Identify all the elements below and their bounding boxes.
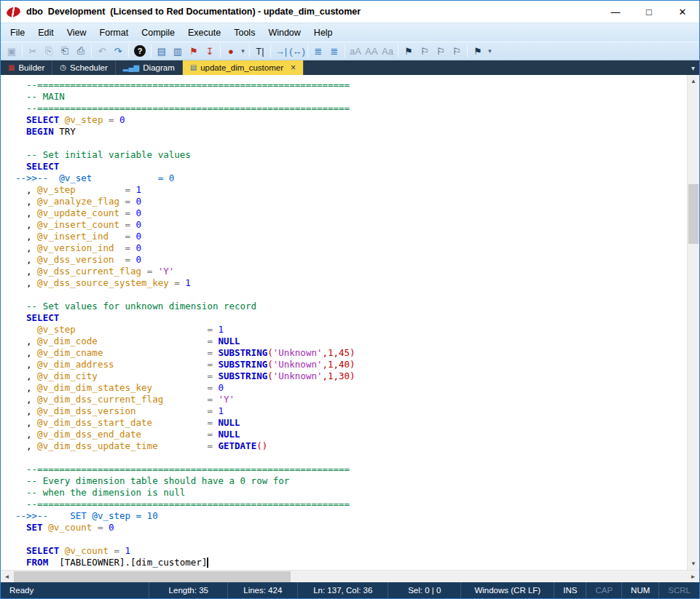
code-line[interactable] <box>15 452 687 464</box>
code-line[interactable]: SET @v_count = 0 <box>15 522 687 533</box>
toolbar-overflow-icon[interactable]: ▾ <box>486 43 494 59</box>
tab-builder[interactable]: ▦Builder <box>1 60 52 75</box>
vertical-scroll-thumb[interactable] <box>688 184 699 244</box>
code-line[interactable]: , @v_dim_dss_current_flag = 'Y' <box>15 394 687 405</box>
horizontal-scrollbar[interactable]: ◄ ► <box>1 570 699 582</box>
code-line[interactable]: SELECT <box>15 161 687 172</box>
code-line[interactable]: , @v_dim_dss_start_date = NULL <box>15 417 687 429</box>
code-line[interactable]: --======================================… <box>15 103 687 114</box>
code-line[interactable]: , @v_dss_source_system_key = 1 <box>15 277 687 289</box>
lowercase-icon[interactable]: aA <box>347 43 363 59</box>
code-line[interactable]: , @v_update_count = 0 <box>15 207 687 219</box>
code-line[interactable]: -- Set initial variable values <box>15 149 687 161</box>
cut-icon[interactable]: ✂ <box>25 43 41 59</box>
menu-format[interactable]: Format <box>93 25 135 41</box>
execute-dropdown-icon[interactable]: ▾ <box>239 43 247 59</box>
bookmark-toggle-icon[interactable]: ⚑ <box>401 43 417 59</box>
scroll-down-icon[interactable]: ▼ <box>688 558 699 570</box>
menu-help[interactable]: Help <box>307 25 339 41</box>
redo-icon[interactable]: ↷ <box>110 43 126 59</box>
tab-diagram[interactable]: ▂▄▆Diagram <box>116 60 183 75</box>
uppercase-icon[interactable]: AA <box>363 43 380 59</box>
code-line[interactable]: , @v_dim_address = SUBSTRING('Unknown',1… <box>15 359 687 370</box>
menu-window[interactable]: Window <box>261 25 307 41</box>
indent-increase-icon[interactable]: ≣ <box>326 43 342 59</box>
code-line[interactable]: , @v_analyze_flag = 0 <box>15 196 687 207</box>
code-line[interactable]: , @v_dim_dss_end_date = NULL <box>15 429 687 440</box>
maximize-button[interactable]: □ <box>632 1 666 23</box>
code-line[interactable]: -->>-- @v_set = 0 <box>15 172 687 184</box>
menu-compile[interactable]: Compile <box>135 25 181 41</box>
code-line[interactable]: , @v_dim_dss_update_time = GETDATE() <box>15 440 687 452</box>
code-line[interactable] <box>15 533 687 545</box>
tab-scheduler[interactable]: ◷Scheduler <box>52 60 116 75</box>
menu-tools[interactable]: Tools <box>227 25 261 41</box>
paste-icon[interactable]: ⎗ <box>57 43 73 59</box>
scroll-left-icon[interactable]: ◄ <box>1 571 13 582</box>
save-icon[interactable]: ▣ <box>4 43 20 59</box>
code-line[interactable]: , @v_version_ind = 0 <box>15 242 687 254</box>
compile-icon[interactable]: ⚑ <box>186 43 202 59</box>
bookmark-next-icon[interactable]: ⚐ <box>417 43 433 59</box>
code-line[interactable]: @v_step = 1 <box>15 324 687 336</box>
code-line[interactable]: -- when the dimension is null <box>15 487 687 499</box>
code-line[interactable]: , @v_insert_count = 0 <box>15 219 687 231</box>
code-line[interactable]: BEGIN TRY <box>15 126 687 138</box>
code-line[interactable]: , @v_dss_version = 0 <box>15 254 687 266</box>
code-line[interactable] <box>15 138 687 149</box>
code-line[interactable]: , @v_dss_current_flag = 'Y' <box>15 266 687 277</box>
status-num[interactable]: NUM <box>621 582 658 598</box>
bookmark-list-icon[interactable]: ⚑ <box>470 43 486 59</box>
code-line[interactable]: , @v_dim_dss_version = 1 <box>15 405 687 417</box>
help-icon[interactable]: ? <box>134 45 146 57</box>
status-cap[interactable]: CAP <box>586 582 621 598</box>
undo-icon[interactable]: ↶ <box>94 43 110 59</box>
code-line[interactable]: , @v_insert_ind = 0 <box>15 231 687 242</box>
code-line[interactable]: SELECT @v_step = 0 <box>15 114 687 126</box>
menu-edit[interactable]: Edit <box>31 25 60 41</box>
menu-view[interactable]: View <box>60 25 93 41</box>
code-line[interactable]: SELECT <box>15 312 687 324</box>
code-line[interactable]: -- MAIN <box>15 91 687 103</box>
text-style-icon[interactable]: T| <box>252 43 268 59</box>
execute-icon[interactable]: ● <box>223 43 239 59</box>
code-line[interactable]: SELECT @v_count = 1 <box>15 545 687 557</box>
code-line[interactable]: --======================================… <box>15 499 687 510</box>
bookmark-clear-icon[interactable]: ⚐ <box>449 43 465 59</box>
titlecase-icon[interactable]: Aa <box>380 43 396 59</box>
status-ins[interactable]: INS <box>554 582 586 598</box>
goto-column-icon[interactable]: →| <box>273 43 289 59</box>
code-line[interactable]: -->>-- SET @v_step = 10 <box>15 510 687 522</box>
tab-close-icon[interactable]: × <box>291 63 296 73</box>
tab-overflow-icon[interactable]: ▾ <box>687 60 699 75</box>
code-line[interactable]: -- Every dimension table should have a 0… <box>15 475 687 487</box>
match-bracket-icon[interactable]: (↔) <box>289 43 305 59</box>
code-line[interactable]: , @v_dim_cname = SUBSTRING('Unknown',1,4… <box>15 347 687 359</box>
code-line[interactable]: --======================================… <box>15 79 687 91</box>
vertical-scrollbar[interactable]: ▲ ▼ <box>687 75 699 570</box>
menu-execute[interactable]: Execute <box>181 25 227 41</box>
view-properties-icon[interactable]: ▥ <box>170 43 186 59</box>
code-line[interactable]: -- Set values for unknown dimension reco… <box>15 301 687 312</box>
horizontal-scroll-thumb[interactable] <box>14 571 291 582</box>
print-icon[interactable]: ⎙ <box>73 43 89 59</box>
view-code-icon[interactable]: ▤ <box>154 43 170 59</box>
close-button[interactable]: ✕ <box>666 1 699 23</box>
minimize-button[interactable]: — <box>599 1 632 23</box>
copy-icon[interactable]: ⎘ <box>41 43 57 59</box>
scroll-up-icon[interactable]: ▲ <box>688 75 699 87</box>
scroll-right-icon[interactable]: ► <box>687 571 699 582</box>
menu-file[interactable]: File <box>4 25 31 41</box>
code-line[interactable]: , @v_step = 1 <box>15 184 687 196</box>
code-line[interactable]: , @v_dim_dim_states_key = 0 <box>15 382 687 394</box>
tab-update-dim-customer[interactable]: ▤update_dim_customer× <box>183 60 304 75</box>
status-scrl[interactable]: SCRL <box>658 582 699 598</box>
bookmark-previous-icon[interactable]: ⚐ <box>433 43 449 59</box>
code-line[interactable] <box>15 289 687 301</box>
code-line[interactable]: , @v_dim_city = SUBSTRING('Unknown',1,30… <box>15 370 687 382</box>
code-editor[interactable]: --======================================… <box>1 75 687 570</box>
compile-save-icon[interactable]: ↧ <box>202 43 218 59</box>
code-line[interactable]: FROM [TABLEOWNER].[dim_customer] <box>15 557 687 568</box>
code-line[interactable]: --======================================… <box>15 464 687 475</box>
indent-decrease-icon[interactable]: ≣ <box>310 43 326 59</box>
